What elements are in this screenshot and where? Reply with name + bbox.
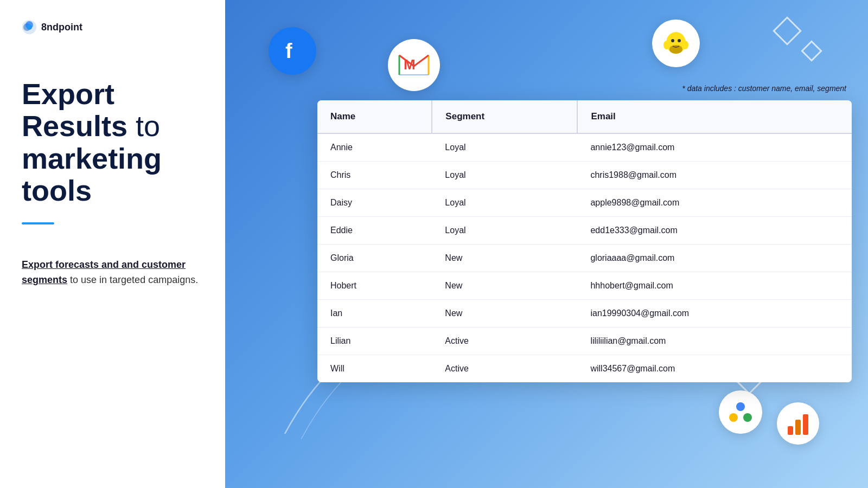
cell-segment-3: Loyal [432, 217, 577, 245]
analytics-icon [777, 402, 819, 445]
heading-export: Export [22, 78, 114, 110]
facebook-svg: f [279, 37, 306, 65]
cell-email-2: apple9898@gmail.com [577, 189, 852, 217]
gmail-icon: M [388, 39, 440, 91]
cell-segment-6: New [432, 300, 577, 328]
cell-segment-7: Active [432, 328, 577, 355]
cell-segment-8: Active [432, 355, 577, 383]
svg-point-13 [736, 402, 745, 411]
svg-point-11 [682, 41, 688, 49]
table-header-row: Name Segment Email [317, 100, 852, 133]
cell-name-4: Gloria [317, 245, 432, 272]
data-table: Name Segment Email AnnieLoyalannie123@gm… [317, 100, 852, 382]
cell-email-8: will34567@gmail.com [577, 355, 852, 383]
analytics-svg [784, 410, 812, 437]
gmail-svg: M [398, 53, 430, 77]
cell-name-3: Eddie [317, 217, 432, 245]
svg-point-7 [669, 45, 682, 54]
google-ads-svg [727, 399, 754, 426]
heading-results: Results [22, 110, 127, 142]
svg-point-8 [671, 39, 674, 42]
cell-email-5: hhhobert@gmail.com [577, 272, 852, 300]
table-row: GloriaNewgloriaaaa@gmail.com [317, 245, 852, 272]
cell-name-8: Will [317, 355, 432, 383]
table-row: HobertNewhhhobert@gmail.com [317, 272, 852, 300]
table-row: ChrisLoyalchris1988@gmail.com [317, 162, 852, 189]
logo-text: 8ndpoint [41, 22, 82, 33]
cell-segment-4: New [432, 245, 577, 272]
cell-email-6: ian19990304@gmail.com [577, 300, 852, 328]
cell-name-0: Annie [317, 133, 432, 162]
data-note: * data includes : customer name, email, … [682, 84, 846, 93]
svg-point-14 [743, 413, 752, 422]
main-heading: Export Results to marketing tools [22, 78, 203, 207]
cell-email-7: lililiilian@gmail.com [577, 328, 852, 355]
svg-rect-17 [803, 414, 808, 435]
google-ads-icon [719, 390, 762, 434]
table-row: DaisyLoyalapple9898@gmail.com [317, 189, 852, 217]
svg-point-10 [663, 41, 670, 49]
left-panel: 8ndpoint Export Results to marketing too… [0, 0, 225, 488]
cell-segment-0: Loyal [432, 133, 577, 162]
cell-name-1: Chris [317, 162, 432, 189]
svg-point-12 [729, 413, 738, 422]
svg-point-3 [27, 24, 32, 30]
diamond-decoration-2 [801, 40, 822, 62]
cell-segment-1: Loyal [432, 162, 577, 189]
cell-email-0: annie123@gmail.com [577, 133, 852, 162]
description-rest: to use in targeted campaigns. [67, 274, 198, 285]
facebook-icon: f [269, 27, 316, 75]
cell-email-4: gloriaaaa@gmail.com [577, 245, 852, 272]
cell-name-2: Daisy [317, 189, 432, 217]
svg-rect-15 [788, 426, 793, 435]
logo-icon [22, 20, 37, 35]
svg-text:f: f [285, 40, 292, 62]
cell-segment-5: New [432, 272, 577, 300]
table-row: IanNewian19990304@gmail.com [317, 300, 852, 328]
heading-marketing-tools: marketing tools [22, 142, 162, 207]
logo-area: 8ndpoint [22, 20, 203, 35]
table-row: WillActivewill34567@gmail.com [317, 355, 852, 383]
svg-rect-16 [795, 420, 801, 435]
table-row: AnnieLoyalannie123@gmail.com [317, 133, 852, 162]
column-header-email: Email [577, 100, 852, 133]
mailchimp-icon [652, 20, 700, 67]
mailchimp-svg [661, 29, 691, 58]
cell-email-3: edd1e333@gmail.com [577, 217, 852, 245]
column-header-segment: Segment [432, 100, 577, 133]
divider-line [22, 222, 54, 224]
right-panel: f M [225, 0, 868, 488]
diamond-decoration-1 [773, 16, 802, 46]
column-header-name: Name [317, 100, 432, 133]
heading-to: to [136, 110, 160, 142]
cell-name-6: Ian [317, 300, 432, 328]
table-row: EddieLoyaledd1e333@gmail.com [317, 217, 852, 245]
description: Export forecasts and and customer segmen… [22, 257, 203, 288]
svg-text:M: M [404, 56, 416, 73]
cell-name-7: Lilian [317, 328, 432, 355]
svg-point-9 [678, 39, 681, 42]
cell-email-1: chris1988@gmail.com [577, 162, 852, 189]
cell-name-5: Hobert [317, 272, 432, 300]
cell-segment-2: Loyal [432, 189, 577, 217]
table-row: LilianActivelililiilian@gmail.com [317, 328, 852, 355]
